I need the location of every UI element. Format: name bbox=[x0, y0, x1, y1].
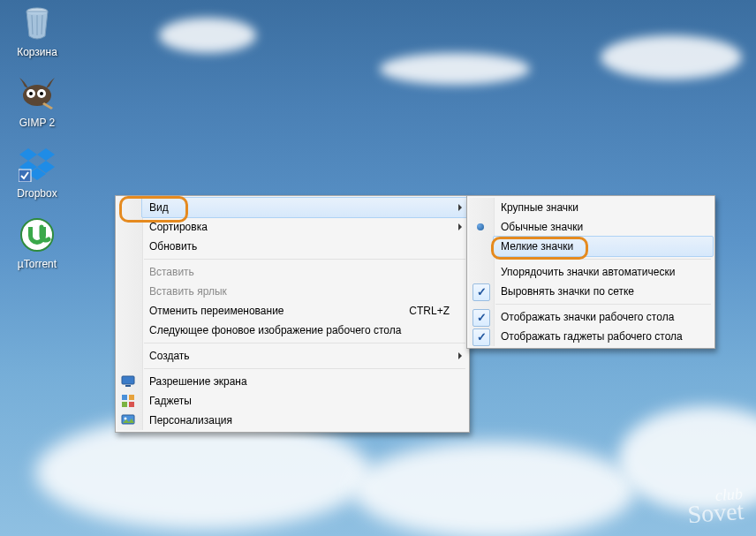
checkmark-icon: ✓ bbox=[472, 283, 490, 301]
svg-rect-11 bbox=[122, 376, 134, 384]
view-submenu: Крупные значки Обычные значки Мелкие зна… bbox=[466, 195, 715, 349]
radio-selected-icon bbox=[477, 223, 484, 230]
desktop-icons-column: Корзина GIMP 2 bbox=[5, 4, 69, 286]
desktop-icon-utorrent[interactable]: µTorrent bbox=[5, 215, 69, 270]
menu-item-gadgets[interactable]: Гаджеты bbox=[142, 391, 467, 411]
cloud bbox=[159, 18, 256, 53]
submenu-item-align-grid[interactable]: ✓ Выровнять значки по сетке bbox=[494, 282, 713, 301]
submenu-item-show-icons[interactable]: ✓ Отображать значки рабочего стола bbox=[494, 307, 713, 327]
menu-item-undo-rename[interactable]: Отменить переименование CTRL+Z bbox=[142, 301, 467, 321]
desktop-icon-label: µTorrent bbox=[18, 258, 57, 270]
menu-label: Обычные значки bbox=[501, 221, 583, 233]
desktop-icon-dropbox[interactable]: Dropbox bbox=[5, 145, 69, 200]
menu-label: Сортировка bbox=[149, 221, 208, 233]
desktop-context-menu: Вид Сортировка Обновить Вставить Вставит… bbox=[115, 195, 470, 433]
chevron-right-icon bbox=[458, 352, 462, 359]
svg-rect-15 bbox=[122, 402, 127, 407]
menu-label: Отображать значки рабочего стола bbox=[501, 311, 674, 323]
desktop-icon-gimp[interactable]: GIMP 2 bbox=[5, 74, 69, 129]
submenu-item-show-gadgets[interactable]: ✓ Отображать гаджеты рабочего стола bbox=[494, 327, 713, 346]
menu-label: Отменить переименование bbox=[149, 305, 284, 317]
menu-label: Крупные значки bbox=[501, 201, 578, 214]
dropbox-icon bbox=[18, 145, 57, 184]
svg-rect-14 bbox=[129, 395, 134, 400]
desktop-icon-recycle-bin[interactable]: Корзина bbox=[5, 4, 69, 58]
cloud bbox=[380, 53, 530, 85]
menu-label: Разрешение экрана bbox=[149, 375, 247, 388]
menu-item-refresh[interactable]: Обновить bbox=[142, 237, 467, 256]
checkmark-icon: ✓ bbox=[472, 309, 490, 327]
submenu-item-large-icons[interactable]: Крупные значки bbox=[494, 198, 713, 217]
menu-label: Отображать гаджеты рабочего стола bbox=[501, 330, 683, 343]
chevron-right-icon bbox=[458, 223, 462, 230]
desktop[interactable]: Корзина GIMP 2 bbox=[0, 0, 756, 536]
menu-label: Создать bbox=[149, 350, 190, 362]
menu-separator bbox=[495, 304, 711, 305]
svg-rect-13 bbox=[122, 395, 127, 400]
menu-label: Вставить ярлык bbox=[149, 285, 227, 298]
monitor-icon bbox=[121, 374, 135, 389]
submenu-item-auto-arrange[interactable]: Упорядочить значки автоматически bbox=[494, 262, 713, 282]
menu-label: Вид bbox=[149, 201, 169, 214]
cloud bbox=[601, 35, 742, 79]
menu-separator bbox=[144, 368, 465, 369]
desktop-icon-label: Корзина bbox=[17, 46, 57, 58]
menu-item-paste-shortcut: Вставить ярлык bbox=[142, 282, 467, 301]
submenu-item-medium-icons[interactable]: Обычные значки bbox=[494, 217, 713, 237]
menu-separator bbox=[144, 343, 465, 343]
menu-label: Упорядочить значки автоматически bbox=[501, 266, 675, 278]
menu-item-paste: Вставить bbox=[142, 262, 467, 282]
menu-item-resolution[interactable]: Разрешение экрана bbox=[142, 372, 467, 391]
svg-point-10 bbox=[21, 219, 53, 251]
gadgets-icon bbox=[121, 394, 135, 408]
menu-item-view[interactable]: Вид bbox=[141, 197, 468, 218]
menu-item-sort[interactable]: Сортировка bbox=[142, 217, 467, 237]
utorrent-icon bbox=[18, 215, 57, 254]
cloud bbox=[618, 406, 756, 512]
checkmark-icon: ✓ bbox=[472, 328, 490, 346]
menu-label: Мелкие значки bbox=[501, 240, 573, 253]
menu-item-personalize[interactable]: Персонализация bbox=[142, 411, 467, 430]
menu-label: Вставить bbox=[149, 266, 194, 278]
menu-label: Следующее фоновое изображение рабочего с… bbox=[149, 324, 401, 336]
svg-rect-12 bbox=[125, 385, 131, 387]
menu-separator bbox=[144, 259, 465, 260]
cloud bbox=[353, 442, 636, 536]
svg-point-18 bbox=[125, 418, 127, 420]
gimp-icon bbox=[18, 74, 57, 113]
personalize-icon bbox=[121, 413, 135, 427]
menu-label: Выровнять значки по сетке bbox=[501, 285, 634, 298]
desktop-icon-label: Dropbox bbox=[17, 187, 57, 200]
menu-separator bbox=[495, 259, 711, 260]
recycle-bin-icon bbox=[18, 4, 57, 42]
menu-label: Персонализация bbox=[149, 414, 232, 427]
chevron-right-icon bbox=[458, 204, 462, 211]
menu-item-create[interactable]: Создать bbox=[142, 346, 467, 366]
menu-label: Обновить bbox=[149, 240, 197, 253]
menu-shortcut: CTRL+Z bbox=[409, 301, 450, 321]
svg-rect-16 bbox=[129, 402, 134, 407]
svg-point-8 bbox=[40, 92, 43, 95]
menu-label: Гаджеты bbox=[149, 395, 192, 407]
svg-point-6 bbox=[29, 92, 33, 95]
submenu-item-small-icons[interactable]: Мелкие значки bbox=[493, 236, 714, 257]
desktop-icon-label: GIMP 2 bbox=[19, 117, 55, 129]
menu-item-next-wallpaper[interactable]: Следующее фоновое изображение рабочего с… bbox=[142, 321, 467, 340]
